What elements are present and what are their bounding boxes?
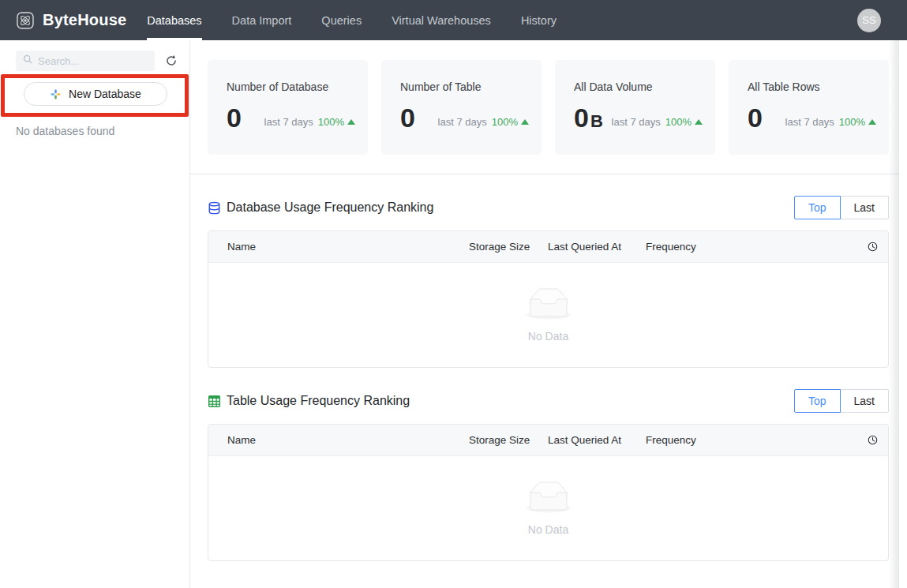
column-header-last-queried-at: Last Queried At bbox=[548, 241, 646, 253]
stat-card-all-data-volume: All Data Volume 0 B last 7 days 100% bbox=[555, 60, 715, 155]
empty-state: No Data bbox=[208, 456, 888, 561]
stat-period: last 7 days bbox=[438, 116, 487, 128]
stat-unit: B bbox=[590, 112, 603, 131]
column-header-name: Name bbox=[227, 434, 469, 446]
stat-period: last 7 days bbox=[785, 116, 834, 128]
clock-icon[interactable] bbox=[856, 434, 888, 446]
sidebar-empty-message: No databases found bbox=[16, 125, 114, 137]
main-content: Number of Database 0 last 7 days 100% Nu… bbox=[190, 40, 899, 588]
trend-up-icon bbox=[347, 119, 355, 125]
search-icon bbox=[22, 54, 33, 68]
brand-name: ByteHouse bbox=[43, 11, 126, 29]
trend-up-icon bbox=[695, 119, 703, 125]
nav-item-data-import[interactable]: Data Import bbox=[232, 0, 292, 40]
trend-up-icon bbox=[868, 119, 876, 125]
section-title: Database Usage Frequency Ranking bbox=[227, 200, 433, 215]
stat-value: 0 bbox=[574, 104, 589, 131]
stat-change: 100% bbox=[665, 116, 691, 128]
divider bbox=[190, 174, 899, 174]
nav-item-databases[interactable]: Databases bbox=[147, 0, 201, 40]
table-icon bbox=[208, 395, 221, 408]
no-data-text: No Data bbox=[528, 523, 568, 536]
stat-title: All Data Volume bbox=[574, 81, 703, 93]
new-database-button[interactable]: New Database bbox=[24, 82, 167, 106]
trend-up-icon bbox=[521, 119, 529, 125]
column-header-name: Name bbox=[227, 241, 469, 253]
nav-item-history[interactable]: History bbox=[521, 0, 557, 40]
database-icon bbox=[208, 201, 221, 215]
search-box bbox=[16, 51, 155, 71]
column-header-last-queried-at: Last Queried At bbox=[548, 434, 646, 446]
clock-icon[interactable] bbox=[856, 241, 888, 253]
column-header-storage-size: Storage Size bbox=[469, 434, 548, 446]
stat-change: 100% bbox=[492, 116, 518, 128]
stats-row: Number of Database 0 last 7 days 100% Nu… bbox=[208, 60, 889, 155]
no-data-text: No Data bbox=[528, 330, 568, 343]
nav-item-queries[interactable]: Queries bbox=[321, 0, 362, 40]
toggle-top-button[interactable]: Top bbox=[794, 196, 841, 219]
brand[interactable]: ByteHouse bbox=[0, 0, 126, 40]
stat-title: All Table Rows bbox=[748, 81, 876, 93]
section-title: Table Usage Frequency Ranking bbox=[227, 394, 410, 408]
database-sidebar: New Database No databases found bbox=[0, 40, 190, 588]
table-ranking-table: Name Storage Size Last Queried At Freque… bbox=[208, 424, 889, 561]
toggle-last-button[interactable]: Last bbox=[841, 389, 889, 413]
new-database-label: New Database bbox=[69, 88, 141, 100]
stat-card-number-of-table: Number of Table 0 last 7 days 100% bbox=[381, 60, 542, 155]
stat-value: 0 bbox=[400, 104, 415, 131]
stat-value: 0 bbox=[227, 104, 242, 131]
stat-period: last 7 days bbox=[612, 116, 661, 128]
column-header-storage-size: Storage Size bbox=[469, 241, 548, 253]
empty-box-icon bbox=[523, 481, 574, 517]
stat-card-number-of-database: Number of Database 0 last 7 days 100% bbox=[208, 60, 368, 155]
top-last-toggle: Top Last bbox=[794, 389, 889, 413]
stat-title: Number of Table bbox=[400, 81, 529, 93]
section-header-table-ranking: Table Usage Frequency Ranking Top Last bbox=[208, 389, 889, 413]
scrollbar[interactable] bbox=[899, 40, 907, 588]
table-header-row: Name Storage Size Last Queried At Freque… bbox=[208, 425, 888, 456]
plus-icon bbox=[50, 88, 62, 100]
stat-change: 100% bbox=[839, 116, 865, 128]
toggle-last-button[interactable]: Last bbox=[841, 196, 889, 219]
database-ranking-table: Name Storage Size Last Queried At Freque… bbox=[208, 230, 889, 368]
top-last-toggle: Top Last bbox=[794, 196, 889, 219]
section-header-database-ranking: Database Usage Frequency Ranking Top Las… bbox=[208, 196, 889, 219]
stat-period: last 7 days bbox=[264, 116, 313, 128]
stat-title: Number of Database bbox=[227, 81, 355, 93]
user-avatar[interactable]: SS bbox=[857, 9, 881, 32]
main-nav: Databases Data Import Queries Virtual Wa… bbox=[147, 0, 557, 40]
search-input[interactable] bbox=[38, 55, 148, 67]
stat-change: 100% bbox=[318, 116, 344, 128]
top-navbar: ByteHouse Databases Data Import Queries … bbox=[0, 0, 907, 40]
refresh-icon[interactable] bbox=[163, 52, 180, 69]
empty-box-icon bbox=[523, 288, 574, 324]
table-header-row: Name Storage Size Last Queried At Freque… bbox=[208, 231, 888, 263]
toggle-top-button[interactable]: Top bbox=[794, 389, 841, 413]
column-header-frequency: Frequency bbox=[646, 434, 856, 446]
column-header-frequency: Frequency bbox=[646, 241, 856, 253]
stat-card-all-table-rows: All Table Rows 0 last 7 days 100% bbox=[729, 60, 889, 155]
bytehouse-logo-icon bbox=[16, 11, 35, 30]
stat-value: 0 bbox=[748, 104, 763, 131]
empty-state: No Data bbox=[208, 263, 888, 368]
nav-item-virtual-warehouses[interactable]: Virtual Warehouses bbox=[392, 0, 491, 40]
